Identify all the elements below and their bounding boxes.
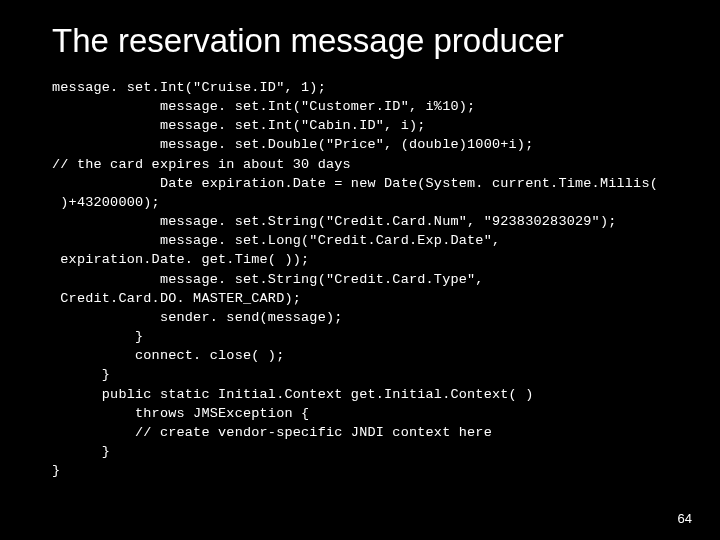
slide: The reservation message producer message… [0, 0, 720, 540]
code-block: message. set.Int("Cruise.ID", 1); messag… [52, 78, 680, 480]
slide-title: The reservation message producer [52, 22, 680, 60]
page-number: 64 [678, 511, 692, 526]
